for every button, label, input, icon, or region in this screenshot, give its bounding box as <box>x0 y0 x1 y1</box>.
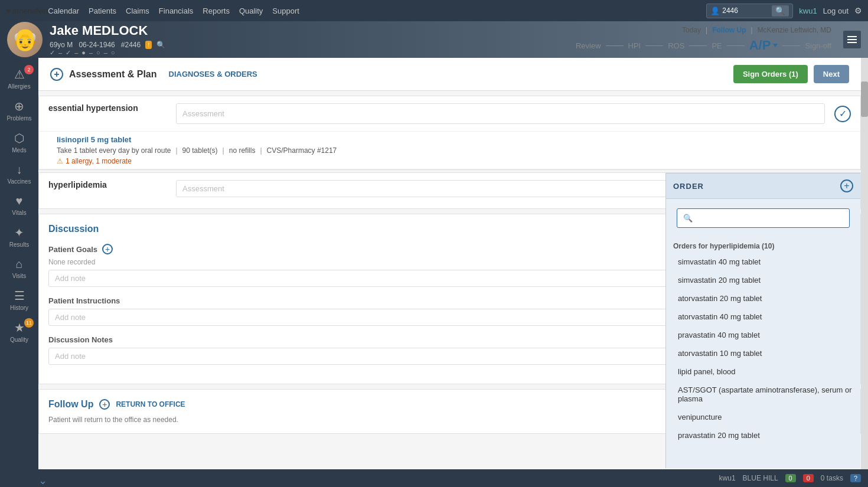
sidebar-item-problems[interactable]: ⊕ Problems <box>0 94 38 126</box>
sep3: | <box>260 146 262 155</box>
scrollbar-track[interactable] <box>861 58 868 469</box>
med-refills: no refills <box>229 146 256 155</box>
active-dot: ● <box>81 49 86 56</box>
order-panel-header: ORDER + <box>666 174 860 199</box>
vitals-icon: ♥ <box>16 194 23 208</box>
sidebar-item-vaccines[interactable]: ↓ Vaccines <box>0 158 38 189</box>
app-logo: ♥ athenaNet <box>6 6 48 15</box>
sidebar: ⚠ 2 Allergies ⊕ Problems ⬡ Meds ↓ Vaccin… <box>0 58 38 469</box>
sep1: | <box>175 146 177 155</box>
sidebar-item-quality[interactable]: ★ 11 Quality <box>0 316 38 348</box>
assessment-add-button[interactable]: + <box>50 68 63 81</box>
patient-demographics: 69yo M 06-24-1946 #2446 <box>50 41 141 49</box>
patient-name: Jake MEDLOCK <box>50 23 440 38</box>
assessment-actions: Sign Orders (1) Next <box>733 65 849 83</box>
order-item-6[interactable]: lipid panel, blood <box>666 362 860 381</box>
settings-icon[interactable]: ⚙ <box>854 6 862 15</box>
visits-icon: ⌂ <box>15 257 22 271</box>
order-item-5[interactable]: atorvastatin 10 mg tablet <box>666 344 860 362</box>
order-items-list: simvastatin 40 mg tablet simvastatin 20 … <box>666 253 860 444</box>
top-nav-links: Calendar Patients Claims Financials Repo… <box>48 6 706 15</box>
order-search-box[interactable]: 🔍 <box>677 208 850 228</box>
hypertension-assessment-input[interactable] <box>176 103 825 124</box>
global-search-box[interactable]: 👤 🔍 <box>706 4 793 18</box>
history-label: History <box>10 305 28 311</box>
global-search-button[interactable]: 🔍 <box>772 5 789 17</box>
sidebar-item-visits[interactable]: ⌂ Visits <box>0 253 38 284</box>
status-location: BLUE HILL <box>743 474 778 482</box>
medication-name[interactable]: lisinopril 5 mg tablet <box>57 135 851 144</box>
order-item-0[interactable]: simvastatin 40 mg tablet <box>666 253 860 271</box>
warning-icon: ⚠ <box>57 157 63 165</box>
step-ap[interactable]: A/P <box>749 38 778 53</box>
patient-info: Jake MEDLOCK 69yo M 06-24-1946 #2446 ! 🔍… <box>50 23 440 57</box>
provider-name: McKenzie Leftwich, MD <box>758 26 831 34</box>
order-item-3[interactable]: atorvastatin 40 mg tablet <box>666 308 860 326</box>
problems-label: Problems <box>6 115 31 122</box>
patient-goals-title: Patient Goals <box>48 245 97 254</box>
order-item-1[interactable]: simvastatin 20 mg tablet <box>666 271 860 289</box>
follow-up-add-button[interactable]: + <box>99 399 110 410</box>
assessment-header: + Assessment & Plan DIAGNOSES & ORDERS S… <box>38 58 861 91</box>
patient-instructions-title: Patient Instructions <box>48 296 120 305</box>
sidebar-item-results[interactable]: ✦ Results <box>0 221 38 253</box>
workflow-context: Today | Follow Up | McKenzie Leftwich, M… <box>682 26 831 34</box>
medication-row: lisinopril 5 mg tablet Take 1 tablet eve… <box>39 132 860 169</box>
order-item-4[interactable]: pravastatin 40 mg tablet <box>666 326 860 344</box>
sign-orders-button[interactable]: Sign Orders (1) <box>733 65 808 83</box>
order-panel: ORDER + 🔍 Orders for hyperlipidemia (10)… <box>665 173 860 468</box>
collapse-chevron[interactable]: ⌄ <box>38 475 47 486</box>
workflow-steps: Review HPI ROS PE A/P Sign-off <box>576 38 831 53</box>
nav-support[interactable]: Support <box>272 6 299 15</box>
follow-up-link[interactable]: Follow Up <box>712 26 746 34</box>
hypertension-row: essential hypertension ✓ <box>39 96 860 132</box>
sidebar-item-allergies[interactable]: ⚠ 2 Allergies <box>0 63 38 94</box>
empty-dot-1: ○ <box>96 49 100 56</box>
avatar-image: 👴 <box>12 27 38 52</box>
nav-patients[interactable]: Patients <box>89 6 116 15</box>
sidebar-item-history[interactable]: ☰ History <box>0 284 38 316</box>
step-signoff[interactable]: Sign-off <box>805 41 831 50</box>
nav-claims[interactable]: Claims <box>126 6 149 15</box>
order-item-2[interactable]: atorvastatin 20 mg tablet <box>666 289 860 308</box>
ap-chevron <box>773 44 778 47</box>
sidebar-item-vitals[interactable]: ♥ Vitals <box>0 189 38 221</box>
step-review[interactable]: Review <box>576 41 601 50</box>
nav-calendar[interactable]: Calendar <box>48 6 79 15</box>
allergy-warning: ⚠ 1 allergy, 1 moderate <box>57 157 851 165</box>
order-item-8[interactable]: venipuncture <box>666 408 860 426</box>
status-count2[interactable]: 0 <box>803 474 814 482</box>
status-tasks[interactable]: 0 tasks <box>821 474 843 482</box>
status-count1[interactable]: 0 <box>785 474 796 482</box>
hypertension-checkmark[interactable]: ✓ <box>834 106 851 122</box>
quality-label: Quality <box>10 336 28 343</box>
patient-goals-add-button[interactable]: + <box>102 244 113 254</box>
quality-badge: 11 <box>24 318 34 328</box>
step-pe[interactable]: PE <box>712 41 722 50</box>
step-ros[interactable]: ROS <box>668 41 684 50</box>
app-name: athenaNet <box>12 6 48 15</box>
global-search-input[interactable] <box>722 6 769 15</box>
order-search-input[interactable] <box>696 214 843 223</box>
order-item-7[interactable]: AST/SGOT (aspartate aminotransferase), s… <box>666 381 860 408</box>
next-button[interactable]: Next <box>814 65 849 83</box>
scrollbar-thumb[interactable] <box>861 81 868 117</box>
vitals-label: Vitals <box>12 210 26 216</box>
nav-financials[interactable]: Financials <box>159 6 194 15</box>
sidebar-item-meds[interactable]: ⬡ Meds <box>0 126 38 158</box>
hamburger-menu[interactable] <box>843 31 861 48</box>
follow-up-title: Follow Up <box>48 399 93 410</box>
alert-badge[interactable]: ! <box>145 41 152 49</box>
order-item-9[interactable]: pravastatin 20 mg tablet <box>666 426 860 444</box>
nav-quality[interactable]: Quality <box>239 6 263 15</box>
diagnoses-orders-link[interactable]: DIAGNOSES & ORDERS <box>169 70 257 79</box>
nav-reports[interactable]: Reports <box>203 6 230 15</box>
status-question[interactable]: ? <box>850 474 861 482</box>
order-add-button[interactable]: + <box>840 179 853 192</box>
return-to-office-link[interactable]: RETURN TO OFFICE <box>116 400 185 408</box>
logout-button[interactable]: Log out <box>823 6 849 15</box>
history-icon: ☰ <box>14 289 25 303</box>
meds-icon: ⬡ <box>14 131 24 145</box>
search-patient-icon[interactable]: 🔍 <box>156 41 165 49</box>
step-hpi[interactable]: HPI <box>628 41 641 50</box>
